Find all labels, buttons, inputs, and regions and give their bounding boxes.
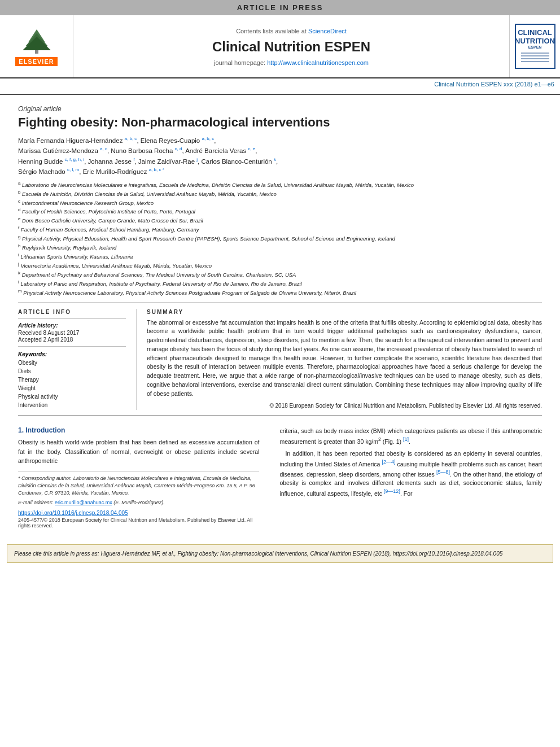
cn-logo-line2: NUTRITION [515, 37, 555, 45]
article-info-col: ARTICLE INFO Article history: Received 8… [18, 309, 137, 410]
doi-line[interactable]: https://doi.org/10.1016/j.clnesp.2018.04… [18, 510, 259, 516]
article-type: Original article [18, 105, 542, 113]
ref-1[interactable]: [1] [403, 436, 409, 442]
footnote-area: * Corresponding author. Laboratorio de N… [18, 471, 259, 506]
elsevier-tree-icon [11, 27, 62, 55]
journal-title: Clinical Nutrition ESPEN [212, 39, 370, 55]
intro-section-title: 1. Introduction [18, 426, 259, 434]
open-access-line: 2405-4577/© 2018 European Society for Cl… [18, 517, 259, 528]
email-label: E-mail address: [18, 500, 54, 505]
journal-center: Contents lists available at ScienceDirec… [73, 15, 509, 77]
svg-marker-3 [23, 37, 51, 50]
keyword-weight: Weight [18, 384, 126, 392]
main-content: Original article Fighting obesity: Non-p… [0, 101, 560, 534]
ref-2-4[interactable]: [2—4] [382, 459, 395, 465]
keyword-therapy: Therapy [18, 375, 126, 384]
article-info-heading: ARTICLE INFO [18, 309, 126, 315]
intro-left-col: 1. Introduction Obesity is health world-… [18, 426, 269, 528]
cn-logo-line3: ESPEN [528, 45, 542, 50]
intro-para-left-1: Obesity is health world-wide problem tha… [18, 438, 259, 465]
journal-header: ELSEVIER Contents lists available at Sci… [0, 15, 560, 78]
banner-text: ARTICLE IN PRESS [237, 3, 323, 12]
citation-prefix: Please cite this article in press as: Hi… [14, 551, 502, 557]
history-label: Article history: [18, 322, 126, 329]
article-meta-line: Clinical Nutrition ESPEN xxx (2018) e1—e… [0, 78, 560, 89]
email-name: (E. Murillo-Rodríguez). [113, 500, 165, 505]
summary-heading: SUMMARY [147, 309, 542, 315]
sciencedirect-link: Contents lists available at ScienceDirec… [236, 28, 347, 34]
affiliations-block: a Laboratorio de Neurociencias Molecular… [18, 180, 542, 297]
ref-9-12[interactable]: [9—12] [384, 488, 400, 494]
accepted-date: Accepted 2 April 2018 [18, 337, 126, 343]
header-divider [0, 94, 560, 95]
homepage-url[interactable]: http://www.clinicalnutritionespen.com [267, 59, 369, 66]
info-summary-row: ARTICLE INFO Article history: Received 8… [18, 309, 542, 410]
affil-divider [18, 303, 542, 303]
keyword-diets: Diets [18, 367, 126, 375]
info-divider1 [18, 318, 126, 319]
summary-col: SUMMARY The abnormal or excessive fat ac… [137, 309, 542, 410]
intro-body-right: criteria, such as body mass index (BMI) … [279, 426, 542, 497]
article-title: Fighting obesity: Non-pharmacological in… [18, 115, 542, 130]
cn-logo-decoration [518, 50, 552, 64]
received-date: Received 8 August 2017 [18, 330, 126, 336]
summary-text: The abnormal or excessive fat accumulati… [147, 318, 542, 410]
journal-right-logo: CLINICAL NUTRITION ESPEN [509, 15, 560, 77]
sciencedirect-text: Contents lists available at [236, 28, 307, 34]
sciencedirect-anchor[interactable]: ScienceDirect [308, 28, 347, 34]
keyword-physical-activity: Physical activity [18, 392, 126, 401]
ref-5-8[interactable]: [5—8] [436, 469, 450, 475]
cn-logo-box: CLINICAL NUTRITION ESPEN [515, 24, 555, 69]
cn-logo-line1: CLINICAL [518, 29, 552, 37]
summary-divider [18, 416, 542, 416]
authors-block: María Fernanda Higuera-Hernández a, b, c… [18, 136, 542, 176]
intro-body-left: Obesity is health world-wide problem tha… [18, 438, 259, 465]
keywords-section: Keywords: Obesity Diets Therapy Weight P… [18, 351, 126, 409]
keyword-obesity: Obesity [18, 359, 126, 367]
email-link[interactable]: eric.murillo@anahuac.mx [55, 500, 112, 505]
email-line: E-mail address: eric.murillo@anahuac.mx … [18, 499, 259, 506]
citation-bar: Please cite this article in press as: Hi… [7, 544, 553, 563]
homepage-label: journal homepage: [214, 59, 265, 66]
intro-right-col: criteria, such as body mass index (BMI) … [269, 426, 542, 528]
intro-para-right-2: In addition, it has been reported that o… [279, 449, 542, 497]
keyword-intervention: Intervention [18, 401, 126, 409]
article-in-press-banner: ARTICLE IN PRESS [0, 0, 560, 15]
corresponding-author-note: * Corresponding author. Laboratorio de N… [18, 475, 259, 497]
keywords-label: Keywords: [18, 351, 126, 357]
page: ARTICLE IN PRESS ELSEVIER Contents lists… [0, 0, 560, 747]
introduction-section: 1. Introduction Obesity is health world-… [18, 426, 542, 528]
intro-para-right-1: criteria, such as body mass index (BMI) … [279, 426, 542, 445]
elsevier-label: ELSEVIER [15, 57, 57, 66]
elsevier-logo: ELSEVIER [0, 15, 73, 77]
summary-paragraph-1: The abnormal or excessive fat accumulati… [147, 318, 542, 399]
journal-homepage: journal homepage: http://www.clinicalnut… [214, 59, 369, 66]
info-divider2 [18, 346, 126, 347]
copyright-line: © 2018 European Society for Clinical Nut… [147, 401, 542, 410]
